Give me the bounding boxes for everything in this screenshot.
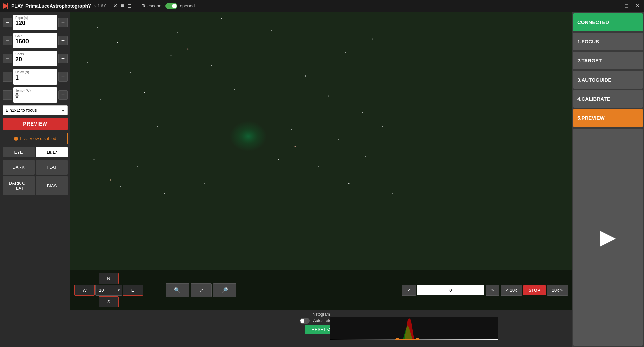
temp-value: 0 [15, 92, 55, 99]
histogram-svg [330, 317, 498, 340]
zoom-out-button[interactable]: 🔍 [213, 283, 236, 297]
eye-row: EYE 18.17 [3, 147, 68, 157]
step-controls: < > < 10x STOP 10x > [402, 285, 568, 296]
app-logo: PLAY PrimaLuceAstrophotographY [3, 3, 91, 9]
minimize-button[interactable]: ─ [612, 2, 620, 10]
bin-select-wrapper: Bin1x1: to focus Bin2x2 Bin3x3 [3, 105, 68, 115]
bin-select[interactable]: Bin1x1: to focus Bin2x2 Bin3x3 [3, 105, 68, 115]
focus-button[interactable]: 1.FOCUS [573, 33, 643, 50]
gain-field[interactable]: Gain 1600 [13, 33, 57, 48]
svg-point-40 [164, 193, 165, 194]
svg-point-45 [392, 193, 393, 194]
expo-value: 120 [15, 20, 55, 27]
svg-point-23 [234, 89, 235, 90]
svg-point-11 [372, 39, 373, 40]
dark-button[interactable]: DARK [3, 160, 35, 175]
svg-point-13 [130, 72, 131, 73]
svg-point-38 [365, 156, 366, 157]
shots-field[interactable]: Shots 20 [13, 51, 57, 66]
svg-rect-2 [70, 12, 572, 310]
step-select[interactable]: 1 5 10 20 50 100 [95, 285, 122, 296]
svg-point-20 [100, 99, 101, 100]
maximize-button[interactable]: □ [623, 2, 631, 10]
dark-of-flat-button[interactable]: DARK OF FLAT [3, 176, 35, 195]
save-icon[interactable]: ⊡ [127, 3, 132, 9]
live-view-button[interactable]: Live View disabled [3, 133, 68, 144]
gain-increase-button[interactable]: + [58, 36, 68, 45]
main-layout: − Expo (s) 120 + − Gain 1600 + − Shots 2… [0, 12, 644, 347]
svg-point-28 [157, 126, 158, 127]
target-button[interactable]: 2.TARGET [573, 52, 643, 69]
connected-button[interactable]: CONNECTED [573, 13, 643, 31]
temp-label: Temp (°C) [15, 89, 55, 92]
east-button[interactable]: E [123, 285, 143, 296]
svg-point-31 [382, 126, 383, 127]
shots-increase-button[interactable]: + [58, 54, 68, 63]
svg-point-37 [318, 166, 319, 167]
svg-point-26 [362, 112, 363, 113]
telescope-label: Telescope: [142, 3, 163, 8]
nav-value-input[interactable] [417, 285, 484, 295]
svg-point-19 [389, 65, 389, 66]
delay-value: 1 [15, 74, 55, 81]
zoom-buttons: 🔍 ⤢ 🔍 [166, 283, 236, 297]
preview-button[interactable]: PREVIEW [3, 118, 68, 130]
svg-point-5 [117, 42, 118, 43]
expo-field[interactable]: Expo (s) 120 [13, 15, 57, 30]
titlebar: PLAY PrimaLuceAstrophotographY v 1.6.0 ✕… [0, 0, 644, 12]
calibrate-button[interactable]: 4.CALIBRATE [573, 90, 643, 108]
svg-point-48 [110, 179, 111, 181]
prev-10x-button[interactable]: < 10x [501, 285, 522, 296]
zoom-fit-button[interactable]: ⤢ [191, 283, 212, 297]
temp-control: − Temp (°C) 0 + [3, 87, 68, 103]
live-dot-icon [14, 137, 18, 141]
close-window-button[interactable]: ✕ [633, 2, 641, 10]
north-button[interactable]: N [99, 273, 119, 284]
image-view: N W 1 5 10 20 50 100 [70, 12, 572, 310]
step-select-wrapper: 1 5 10 20 50 100 [95, 285, 122, 296]
shots-decrease-button[interactable]: − [3, 54, 12, 63]
svg-point-36 [278, 159, 279, 160]
arrow-icon: ► [595, 224, 621, 251]
west-button[interactable]: W [74, 285, 95, 296]
stop-button[interactable]: STOP [523, 285, 546, 295]
close-icon[interactable]: ✕ [113, 3, 117, 9]
autostretch-toggle[interactable] [300, 318, 310, 324]
delay-increase-button[interactable]: + [58, 72, 68, 82]
temp-field[interactable]: Temp (°C) 0 [13, 87, 57, 103]
expo-decrease-button[interactable]: − [3, 18, 12, 27]
delay-field[interactable]: Delay (s) 1 [13, 69, 57, 85]
gain-decrease-button[interactable]: − [3, 36, 12, 45]
temp-decrease-button[interactable]: − [3, 90, 12, 100]
nav-next-button[interactable]: > [486, 285, 500, 296]
delay-control: − Delay (s) 1 + [3, 69, 68, 85]
autoguide-button[interactable]: 3.AUTOGUIDE [573, 71, 643, 89]
south-button[interactable]: S [99, 296, 119, 307]
histogram-label: histogram [312, 312, 330, 317]
flat-button[interactable]: FLAT [36, 160, 68, 175]
telescope-info: Telescope: opened [142, 3, 195, 9]
telescope-toggle[interactable] [165, 3, 177, 9]
telescope-status: opened [180, 3, 195, 8]
next-10x-button[interactable]: 10x > [547, 285, 568, 296]
preview-right-button[interactable]: 5.PREVIEW [573, 109, 643, 127]
direction-grid: N W 1 5 10 20 50 100 [74, 273, 143, 307]
svg-point-29 [291, 129, 292, 130]
svg-point-14 [171, 55, 172, 56]
svg-point-30 [338, 139, 339, 140]
temp-increase-button[interactable]: + [58, 90, 68, 100]
zoom-in-button[interactable]: 🔍 [166, 283, 189, 297]
settings-icon[interactable]: ≡ [121, 3, 124, 9]
svg-point-32 [94, 159, 95, 160]
nav-prev-button[interactable]: < [402, 285, 416, 296]
image-controls: N W 1 5 10 20 50 100 [70, 270, 572, 310]
svg-point-47 [295, 146, 296, 147]
svg-point-7 [177, 32, 178, 33]
center-panel: N W 1 5 10 20 50 100 [70, 12, 572, 347]
svg-point-21 [144, 92, 145, 93]
delay-decrease-button[interactable]: − [3, 72, 12, 82]
expo-increase-button[interactable]: + [58, 18, 68, 27]
app-play-prefix: PLAY [11, 3, 23, 9]
svg-point-25 [328, 96, 329, 97]
bias-button[interactable]: BIAS [36, 176, 68, 195]
